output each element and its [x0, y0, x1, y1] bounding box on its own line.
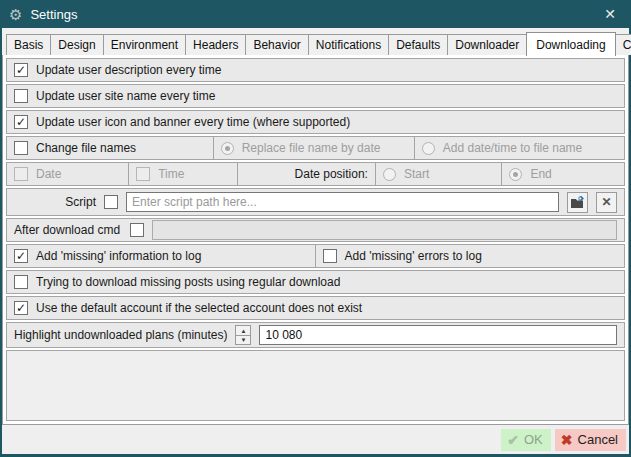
- after-download-cmd-checkbox[interactable]: [130, 223, 144, 237]
- time-label: Time: [158, 167, 184, 181]
- end-cell: End: [502, 163, 624, 185]
- highlight-plans-value[interactable]: 10 080: [259, 325, 617, 345]
- window-frame: Basis Design Environment Headers Behavio…: [2, 28, 629, 454]
- row-trying-regular: Trying to download missing posts using r…: [6, 270, 625, 294]
- radio-dot: [426, 146, 431, 151]
- script-checkbox[interactable]: [104, 195, 118, 209]
- tab-content-downloading: ✓ Update user description every time Upd…: [2, 54, 629, 425]
- change-file-names-checkbox[interactable]: [14, 141, 28, 155]
- button-bar: ✔ OK ✖ Cancel: [2, 425, 629, 454]
- date-label: Date: [36, 167, 61, 181]
- row-after-download-cmd: After download cmd: [6, 218, 625, 242]
- missing-errors-cell: Add 'missing' errors to log: [316, 245, 625, 267]
- row-update-icon-banner: ✓ Update user icon and banner every time…: [6, 110, 625, 134]
- check-icon: ✓: [16, 250, 26, 262]
- tab-bar: Basis Design Environment Headers Behavio…: [2, 28, 629, 55]
- spinner-up-icon[interactable]: ▲: [235, 325, 251, 335]
- script-path-input[interactable]: [126, 192, 559, 212]
- row-script: Script ✕: [6, 188, 625, 216]
- gear-icon: ⚙: [9, 7, 22, 22]
- update-icon-banner-label: Update user icon and banner every time (…: [36, 115, 350, 129]
- tab-basis[interactable]: Basis: [6, 34, 51, 55]
- missing-errors-checkbox[interactable]: [323, 249, 337, 263]
- update-site-name-label: Update user site name every time: [36, 89, 215, 103]
- replace-file-name-cell: Replace file name by date: [214, 137, 415, 159]
- tab-behavior[interactable]: Behavior: [245, 34, 308, 55]
- highlight-plans-spinner: ▲ ▼: [235, 325, 251, 345]
- add-datetime-radio[interactable]: [422, 142, 435, 155]
- start-radio[interactable]: [383, 168, 396, 181]
- default-account-checkbox[interactable]: ✓: [14, 301, 28, 315]
- update-description-checkbox[interactable]: ✓: [14, 63, 28, 77]
- time-cell: Time: [129, 163, 238, 185]
- replace-by-date-label: Replace file name by date: [242, 141, 381, 155]
- empty-panel: [6, 350, 625, 421]
- trying-regular-checkbox[interactable]: [14, 275, 28, 289]
- default-account-label: Use the default account if the selected …: [36, 301, 362, 315]
- missing-info-label: Add 'missing' information to log: [36, 249, 201, 263]
- highlight-plans-label: Highlight undownloaded plans (minutes): [14, 328, 227, 342]
- row-change-file-names: Change file names Replace file name by d…: [6, 136, 625, 160]
- row-default-account: ✓ Use the default account if the selecte…: [6, 296, 625, 320]
- tab-channels[interactable]: Channels: [615, 34, 631, 55]
- clear-x-icon: ✕: [601, 196, 611, 208]
- date-position-label: Date position:: [295, 167, 368, 181]
- window-title: Settings: [30, 7, 77, 22]
- spinner-down-icon[interactable]: ▼: [235, 335, 251, 345]
- ok-label: OK: [524, 432, 543, 447]
- check-icon: ✓: [16, 302, 26, 314]
- open-folder-icon: [570, 196, 585, 209]
- ok-button[interactable]: ✔ OK: [501, 429, 551, 451]
- radio-dot: [387, 172, 392, 177]
- change-file-names-cell: Change file names: [7, 137, 214, 159]
- close-icon[interactable]: ✕: [598, 4, 622, 24]
- tab-headers[interactable]: Headers: [185, 34, 246, 55]
- update-site-name-checkbox[interactable]: [14, 89, 28, 103]
- replace-by-date-radio[interactable]: [221, 142, 234, 155]
- tab-design[interactable]: Design: [50, 34, 103, 55]
- add-datetime-cell: Add date/time to file name: [415, 137, 624, 159]
- missing-info-checkbox[interactable]: ✓: [14, 249, 28, 263]
- tab-downloading[interactable]: Downloading: [526, 32, 615, 56]
- row-date-position: Date Time Date position: Start End: [6, 162, 625, 186]
- start-cell: Start: [376, 163, 502, 185]
- tab-defaults[interactable]: Defaults: [388, 34, 448, 55]
- tab-downloader[interactable]: Downloader: [447, 34, 527, 55]
- date-cell: Date: [7, 163, 129, 185]
- browse-folder-button[interactable]: [567, 192, 588, 213]
- time-checkbox[interactable]: [136, 167, 150, 181]
- settings-window: ⚙ Settings ✕ Basis Design Environment He…: [0, 0, 631, 457]
- end-radio[interactable]: [509, 168, 522, 181]
- row-highlight-plans: Highlight undownloaded plans (minutes) ▲…: [6, 322, 625, 348]
- ok-check-icon: ✔: [507, 432, 519, 448]
- clear-script-button[interactable]: ✕: [596, 192, 617, 213]
- date-position-label-cell: Date position:: [238, 163, 376, 185]
- check-icon: ✓: [16, 64, 26, 76]
- missing-info-cell: ✓ Add 'missing' information to log: [7, 245, 316, 267]
- cancel-x-icon: ✖: [561, 432, 573, 448]
- cancel-label: Cancel: [578, 432, 618, 447]
- change-file-names-label: Change file names: [36, 141, 136, 155]
- date-checkbox[interactable]: [14, 167, 28, 181]
- script-label: Script: [14, 195, 96, 209]
- update-icon-banner-checkbox[interactable]: ✓: [14, 115, 28, 129]
- update-description-label: Update user description every time: [36, 63, 221, 77]
- row-update-site-name: Update user site name every time: [6, 84, 625, 108]
- missing-errors-label: Add 'missing' errors to log: [345, 249, 482, 263]
- tab-environment[interactable]: Environment: [103, 34, 186, 55]
- add-datetime-label: Add date/time to file name: [443, 141, 582, 155]
- cancel-button[interactable]: ✖ Cancel: [555, 429, 626, 451]
- after-download-cmd-label: After download cmd: [14, 223, 122, 237]
- radio-dot: [225, 146, 230, 151]
- title-bar: ⚙ Settings ✕: [0, 0, 631, 28]
- tab-notifications[interactable]: Notifications: [308, 34, 389, 55]
- start-label: Start: [404, 167, 429, 181]
- check-icon: ✓: [16, 116, 26, 128]
- radio-dot: [513, 172, 518, 177]
- trying-regular-label: Trying to download missing posts using r…: [36, 275, 340, 289]
- row-missing-log: ✓ Add 'missing' information to log Add '…: [6, 244, 625, 268]
- row-update-description: ✓ Update user description every time: [6, 58, 625, 82]
- end-label: End: [530, 167, 551, 181]
- after-download-cmd-input: [152, 220, 617, 240]
